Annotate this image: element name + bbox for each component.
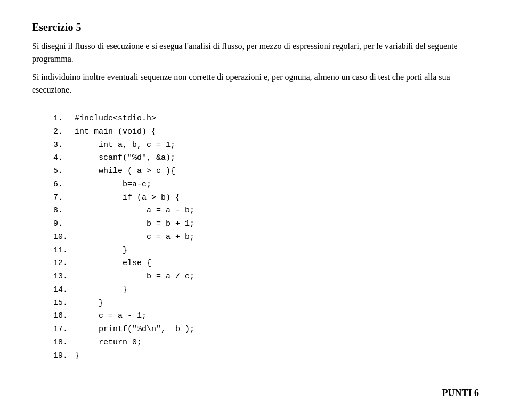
code-line: 18. return 0;	[53, 336, 479, 350]
line-code: scanf("%d", &a);	[75, 152, 175, 165]
footer-points: PUNTI 6	[442, 388, 479, 399]
line-code: int a, b, c = 1;	[75, 139, 175, 152]
line-code: }	[75, 244, 127, 258]
code-line: 4. scanf("%d", &a);	[53, 152, 479, 165]
line-number: 16.	[53, 310, 75, 323]
line-code: if (a > b) {	[75, 192, 180, 205]
line-number: 10.	[53, 231, 75, 244]
line-number: 12.	[53, 257, 75, 270]
line-number: 15.	[53, 297, 75, 310]
code-line: 14. }	[53, 284, 479, 297]
line-code: c = a + b;	[75, 231, 194, 244]
line-code: printf("%d\n", b );	[75, 323, 194, 336]
code-line: 2.int main (void) {	[53, 126, 479, 139]
line-code: }	[75, 297, 103, 310]
code-line: 7. if (a > b) {	[53, 192, 479, 205]
line-code: else {	[75, 257, 151, 270]
code-line: 17. printf("%d\n", b );	[53, 323, 479, 336]
line-code: b = b + 1;	[75, 218, 194, 231]
line-number: 6.	[53, 178, 75, 192]
line-code: b=a-c;	[75, 178, 151, 192]
code-line: 13. b = a / c;	[53, 270, 479, 284]
line-number: 8.	[53, 204, 75, 218]
line-code: while ( a > c ){	[75, 165, 175, 178]
line-number: 14.	[53, 284, 75, 297]
line-code: }	[75, 350, 79, 363]
line-number: 13.	[53, 270, 75, 284]
line-number: 5.	[53, 165, 75, 178]
line-code: return 0;	[75, 336, 142, 350]
code-line: 6. b=a-c;	[53, 178, 479, 192]
description-2: Si individuino inoltre eventuali sequenz…	[32, 71, 479, 96]
line-code: c = a - 1;	[75, 310, 147, 323]
code-block: 1.#include<stdio.h>2.int main (void) {3.…	[53, 112, 479, 363]
line-number: 2.	[53, 126, 75, 139]
page-title: Esercizio 5	[32, 21, 479, 34]
line-number: 1.	[53, 112, 75, 126]
line-code: b = a / c;	[75, 270, 194, 284]
line-number: 9.	[53, 218, 75, 231]
line-code: }	[75, 284, 127, 297]
code-line: 5. while ( a > c ){	[53, 165, 479, 178]
code-line: 3. int a, b, c = 1;	[53, 139, 479, 152]
line-number: 3.	[53, 139, 75, 152]
code-line: 16. c = a - 1;	[53, 310, 479, 323]
code-line: 15. }	[53, 297, 479, 310]
code-line: 9. b = b + 1;	[53, 218, 479, 231]
code-line: 1.#include<stdio.h>	[53, 112, 479, 126]
line-number: 18.	[53, 336, 75, 350]
code-line: 10. c = a + b;	[53, 231, 479, 244]
line-number: 19.	[53, 350, 75, 363]
code-line: 11. }	[53, 244, 479, 258]
code-line: 19.}	[53, 350, 479, 363]
line-number: 11.	[53, 244, 75, 258]
line-code: int main (void) {	[75, 126, 156, 139]
line-number: 17.	[53, 323, 75, 336]
description-1: Si disegni il flusso di esecuzione e si …	[32, 40, 479, 65]
line-code: a = a - b;	[75, 204, 194, 218]
code-line: 8. a = a - b;	[53, 204, 479, 218]
line-number: 4.	[53, 152, 75, 165]
code-line: 12. else {	[53, 257, 479, 270]
line-code: #include<stdio.h>	[75, 112, 156, 126]
line-number: 7.	[53, 192, 75, 205]
